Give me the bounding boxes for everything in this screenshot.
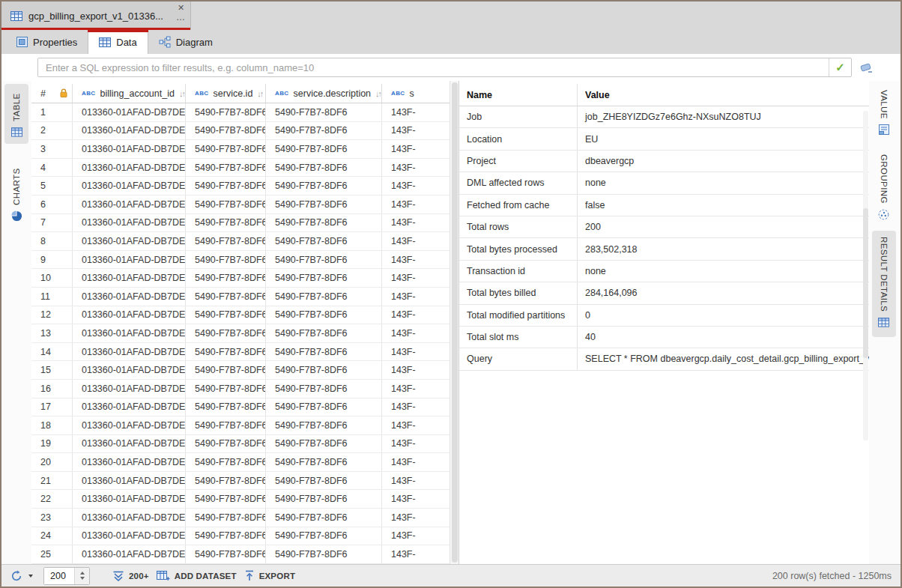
grid-cell[interactable]: 013360-01AFAD-DB7DE8 [73,324,186,342]
grid-cell[interactable]: 5490-F7B7-8DF6 [266,343,382,361]
row-number[interactable]: 13 [31,324,73,342]
grid-cell[interactable]: 143F- [382,416,450,434]
scrollbar-thumb[interactable] [863,208,868,358]
sidebar-tab-result-details[interactable]: RESULT DETAILS [872,231,896,337]
row-number[interactable]: 5 [31,177,73,195]
grid-cell[interactable]: 5490-F7B7-8DF6 [266,435,382,453]
grid-cell[interactable]: 143F- [382,177,450,195]
table-row[interactable]: 11 013360-01AFAD-DB7DE85490-F7B7-8DF6549… [31,288,450,306]
grid-cell[interactable]: 013360-01AFAD-DB7DE8 [73,435,186,453]
scrollbar-thumb[interactable] [452,82,458,563]
grid-cell[interactable]: 143F- [382,343,450,361]
grid-cell[interactable]: 013360-01AFAD-DB7DE8 [73,453,186,471]
detail-value[interactable]: EU [578,128,869,149]
spinner-up-icon[interactable] [80,572,85,575]
grid-cell[interactable]: 5490-F7B7-8DF6 [266,324,382,342]
grid-cell[interactable]: 013360-01AFAD-DB7DE8 [73,306,186,324]
row-limit-input[interactable] [44,568,74,584]
grid-cell[interactable]: 5490-F7B7-8DF6 [186,453,266,471]
detail-value[interactable]: none [578,261,869,282]
grid-cell[interactable]: 143F- [382,398,450,416]
grid-cell[interactable]: 143F- [382,122,450,140]
grid-cell[interactable]: 5490-F7B7-8DF6 [186,306,266,324]
grid-cell[interactable]: 013360-01AFAD-DB7DE8 [73,398,186,416]
grid-cell[interactable]: 013360-01AFAD-DB7DE8 [73,472,186,490]
row-number[interactable]: 6 [31,196,73,213]
grid-cell[interactable]: 013360-01AFAD-DB7DE8 [73,343,186,361]
grid-cell[interactable]: 5490-F7B7-8DF6 [266,251,382,269]
sql-filter-input[interactable] [38,58,829,76]
row-number[interactable]: 23 [31,509,73,527]
grid-cell[interactable]: 5490-F7B7-8DF6 [266,140,382,158]
detail-value[interactable]: job_ZHE8YIZDGz7e6Ghz-NXsuNZO8TUJ [578,106,869,127]
row-number[interactable]: 9 [31,251,73,269]
detail-value[interactable]: 283,502,318 [578,238,869,259]
grid-cell[interactable]: 143F- [382,472,450,490]
grid-cell[interactable]: 5490-F7B7-8DF6 [186,380,266,398]
sidebar-tab-grouping[interactable]: GROUPING [872,148,896,220]
table-row[interactable]: 7 013360-01AFAD-DB7DE85490-F7B7-8DF65490… [31,214,450,233]
fetch-next-page-button[interactable]: 200+ [112,571,149,581]
row-number[interactable]: 19 [31,435,73,453]
grid-cell[interactable]: 5490-F7B7-8DF6 [266,490,382,508]
row-number[interactable]: 21 [31,472,73,490]
grid-cell[interactable]: 013360-01AFAD-DB7DE8 [73,159,186,177]
grid-cell[interactable]: 143F- [382,527,450,545]
detail-value[interactable]: dbeavergcp [578,151,869,172]
grid-cell[interactable]: 5490-F7B7-8DF6 [186,435,266,453]
table-row[interactable]: 22 013360-01AFAD-DB7DE85490-F7B7-8DF6549… [31,490,450,509]
details-row[interactable]: Total bytes billed284,164,096 [459,282,869,304]
grid-cell[interactable]: 143F- [382,214,450,232]
editor-tab[interactable]: gcp_billing_export_v1_01336... ✕ … [1,1,191,30]
grid-cell[interactable]: 5490-F7B7-8DF6 [266,509,382,527]
sort-icon[interactable]: ↓↑ [257,89,262,98]
row-number[interactable]: 8 [31,232,73,250]
grid-cell[interactable]: 5490-F7B7-8DF6 [266,232,382,250]
grid-cell[interactable]: 013360-01AFAD-DB7DE8 [73,509,186,527]
row-number[interactable]: 15 [31,361,73,379]
table-row[interactable]: 6 013360-01AFAD-DB7DE85490-F7B7-8DF65490… [31,196,450,214]
table-row[interactable]: 17 013360-01AFAD-DB7DE85490-F7B7-8DF6549… [31,398,450,417]
detail-value[interactable]: SELECT * FROM dbeavergcp.daily_cost_deta… [578,348,869,369]
export-button[interactable]: EXPORT [244,570,296,581]
column-header[interactable]: ABC billing_account_id ↓↑ [73,84,186,103]
row-number[interactable]: 24 [31,527,73,545]
row-number[interactable]: 2 [31,122,73,140]
tab-data[interactable]: Data [88,30,148,54]
table-row[interactable]: 20 013360-01AFAD-DB7DE85490-F7B7-8DF6549… [31,453,450,472]
details-row[interactable]: DML affected rowsnone [459,172,869,194]
table-row[interactable]: 9 013360-01AFAD-DB7DE85490-F7B7-8DF65490… [31,251,450,270]
grid-cell[interactable]: 143F- [382,361,450,379]
grid-cell[interactable]: 5490-F7B7-8DF6 [186,324,266,342]
grid-cell[interactable]: 013360-01AFAD-DB7DE8 [73,103,186,121]
tab-properties[interactable]: Properties [6,30,88,54]
grid-cell[interactable]: 5490-F7B7-8DF6 [266,159,382,177]
table-row[interactable]: 16 013360-01AFAD-DB7DE85490-F7B7-8DF6549… [31,380,450,398]
grid-cell[interactable]: 013360-01AFAD-DB7DE8 [73,122,186,140]
grid-cell[interactable]: 013360-01AFAD-DB7DE8 [73,177,186,195]
sidebar-tab-value[interactable]: VALUE [872,84,896,138]
grid-cell[interactable]: 5490-F7B7-8DF6 [266,214,382,232]
row-number[interactable]: 3 [31,140,73,158]
grid-cell[interactable]: 143F- [382,453,450,471]
row-number[interactable]: 18 [31,416,73,434]
grid-cell[interactable]: 5490-F7B7-8DF6 [266,527,382,545]
details-row[interactable]: Projectdbeavergcp [459,151,869,172]
refresh-button[interactable] [10,570,33,582]
row-number[interactable]: 12 [31,306,73,324]
grid-cell[interactable]: 013360-01AFAD-DB7DE8 [73,490,186,508]
grid-cell[interactable]: 5490-F7B7-8DF6 [186,140,266,158]
column-header[interactable]: ABC service.description ↓↑ [266,84,382,103]
table-row[interactable]: 3 013360-01AFAD-DB7DE85490-F7B7-8DF65490… [31,140,450,159]
grid-cell[interactable]: 143F- [382,306,450,324]
row-number[interactable]: 10 [31,269,73,287]
grid-cell[interactable]: 5490-F7B7-8DF6 [266,269,382,287]
row-number[interactable]: 25 [31,545,73,563]
grid-cell[interactable]: 5490-F7B7-8DF6 [266,288,382,306]
grid-cell[interactable]: 143F- [382,196,450,213]
grid-cell[interactable]: 013360-01AFAD-DB7DE8 [73,416,186,434]
chevron-down-icon[interactable] [28,575,33,578]
grid-cell[interactable]: 5490-F7B7-8DF6 [266,416,382,434]
grid-cell[interactable]: 5490-F7B7-8DF6 [186,343,266,361]
grid-cell[interactable]: 013360-01AFAD-DB7DE8 [73,196,186,213]
